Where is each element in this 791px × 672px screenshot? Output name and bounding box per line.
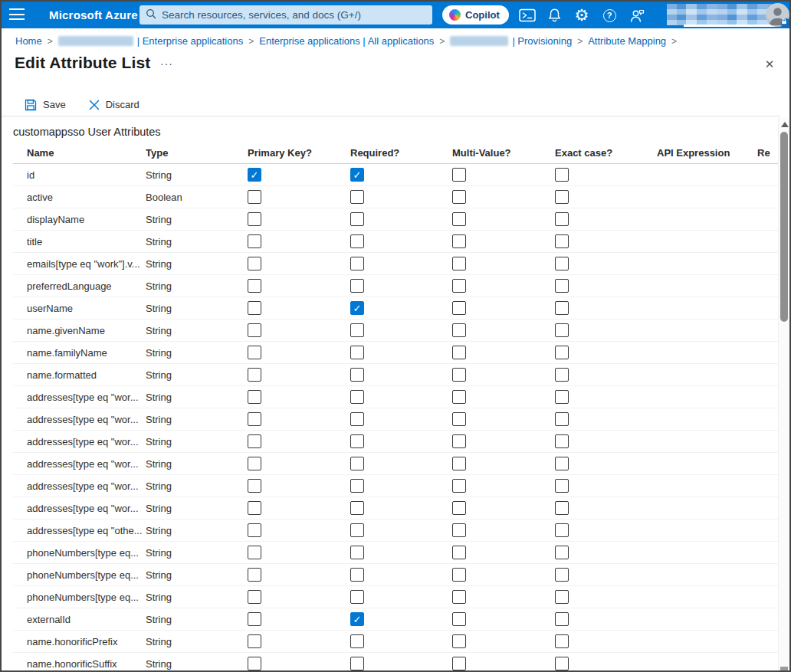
- exact-case-checkbox[interactable]: [555, 368, 569, 382]
- required-checkbox[interactable]: [350, 546, 364, 559]
- multi-value-checkbox[interactable]: [452, 390, 466, 404]
- multi-value-checkbox[interactable]: [452, 568, 466, 582]
- primary-key-checkbox[interactable]: [248, 257, 261, 270]
- primary-key-checkbox[interactable]: [248, 212, 261, 226]
- exact-case-checkbox[interactable]: [555, 212, 569, 226]
- exact-case-checkbox[interactable]: [555, 390, 569, 404]
- primary-key-checkbox[interactable]: [248, 479, 261, 493]
- primary-key-checkbox[interactable]: [248, 546, 261, 559]
- exact-case-checkbox[interactable]: [555, 323, 569, 337]
- multi-value-checkbox[interactable]: [452, 457, 466, 470]
- exact-case-checkbox[interactable]: [555, 257, 569, 270]
- required-checkbox[interactable]: [350, 412, 364, 426]
- search-input[interactable]: [162, 9, 426, 21]
- exact-case-checkbox[interactable]: [555, 279, 569, 293]
- required-checkbox[interactable]: [350, 346, 364, 359]
- copilot-button[interactable]: Copilot: [442, 5, 509, 25]
- primary-key-checkbox[interactable]: [248, 457, 261, 470]
- primary-key-checkbox[interactable]: [248, 523, 261, 537]
- exact-case-checkbox[interactable]: [555, 657, 569, 670]
- required-checkbox[interactable]: [350, 434, 364, 448]
- multi-value-checkbox[interactable]: [452, 257, 466, 270]
- close-icon[interactable]: ✕: [761, 56, 778, 73]
- multi-value-checkbox[interactable]: [452, 590, 466, 604]
- vertical-scrollbar[interactable]: [778, 118, 789, 670]
- exact-case-checkbox[interactable]: [555, 612, 569, 626]
- exact-case-checkbox[interactable]: [555, 412, 569, 426]
- multi-value-checkbox[interactable]: [452, 434, 466, 448]
- primary-key-checkbox[interactable]: [248, 168, 261, 182]
- multi-value-checkbox[interactable]: [452, 501, 466, 515]
- notifications-bell-icon[interactable]: [546, 7, 563, 24]
- exact-case-checkbox[interactable]: [555, 457, 569, 470]
- primary-key-checkbox[interactable]: [248, 346, 261, 359]
- primary-key-checkbox[interactable]: [248, 368, 261, 382]
- more-options-icon[interactable]: ···: [160, 57, 173, 70]
- multi-value-checkbox[interactable]: [452, 190, 466, 204]
- breadcrumb-home[interactable]: Home: [15, 35, 42, 47]
- multi-value-checkbox[interactable]: [452, 323, 466, 337]
- exact-case-checkbox[interactable]: [555, 501, 569, 515]
- required-checkbox[interactable]: [350, 257, 364, 270]
- scrollbar-up-arrow-icon[interactable]: [781, 122, 789, 127]
- required-checkbox[interactable]: [350, 368, 364, 382]
- primary-key-checkbox[interactable]: [248, 590, 261, 604]
- multi-value-checkbox[interactable]: [452, 612, 466, 626]
- multi-value-checkbox[interactable]: [452, 412, 466, 426]
- primary-key-checkbox[interactable]: [248, 234, 261, 248]
- scrollbar-thumb[interactable]: [780, 132, 788, 322]
- required-checkbox[interactable]: [350, 501, 364, 515]
- multi-value-checkbox[interactable]: [452, 657, 466, 670]
- required-checkbox[interactable]: [350, 657, 364, 670]
- required-checkbox[interactable]: [350, 523, 364, 537]
- breadcrumb-provisioning[interactable]: | Provisioning: [512, 35, 572, 47]
- exact-case-checkbox[interactable]: [555, 568, 569, 582]
- required-checkbox[interactable]: [350, 168, 364, 182]
- exact-case-checkbox[interactable]: [555, 523, 569, 537]
- breadcrumb-enterprise-apps[interactable]: | Enterprise applications: [137, 35, 244, 47]
- primary-key-checkbox[interactable]: [248, 612, 261, 626]
- primary-key-checkbox[interactable]: [248, 190, 261, 204]
- primary-key-checkbox[interactable]: [248, 301, 261, 315]
- exact-case-checkbox[interactable]: [555, 546, 569, 559]
- breadcrumb-all-applications[interactable]: Enterprise applications | All applicatio…: [259, 35, 434, 47]
- multi-value-checkbox[interactable]: [452, 479, 466, 493]
- exact-case-checkbox[interactable]: [555, 234, 569, 248]
- exact-case-checkbox[interactable]: [555, 190, 569, 204]
- save-button[interactable]: Save: [25, 99, 66, 111]
- primary-key-checkbox[interactable]: [248, 434, 261, 448]
- required-checkbox[interactable]: [350, 301, 364, 315]
- avatar[interactable]: [766, 3, 789, 27]
- required-checkbox[interactable]: [350, 190, 364, 204]
- multi-value-checkbox[interactable]: [452, 234, 466, 248]
- exact-case-checkbox[interactable]: [555, 634, 569, 648]
- required-checkbox[interactable]: [350, 390, 364, 404]
- required-checkbox[interactable]: [350, 479, 364, 493]
- exact-case-checkbox[interactable]: [555, 168, 569, 182]
- hamburger-menu-icon[interactable]: [9, 8, 26, 21]
- exact-case-checkbox[interactable]: [555, 434, 569, 448]
- discard-button[interactable]: Discard: [89, 99, 139, 110]
- primary-key-checkbox[interactable]: [248, 279, 261, 293]
- exact-case-checkbox[interactable]: [555, 346, 569, 359]
- primary-key-checkbox[interactable]: [248, 323, 261, 337]
- required-checkbox[interactable]: [350, 234, 364, 248]
- multi-value-checkbox[interactable]: [452, 212, 466, 226]
- required-checkbox[interactable]: [350, 612, 364, 626]
- primary-key-checkbox[interactable]: [248, 634, 261, 648]
- required-checkbox[interactable]: [350, 457, 364, 470]
- settings-gear-icon[interactable]: ⚙: [573, 7, 590, 24]
- primary-key-checkbox[interactable]: [248, 568, 261, 582]
- multi-value-checkbox[interactable]: [452, 168, 466, 182]
- exact-case-checkbox[interactable]: [555, 301, 569, 315]
- primary-key-checkbox[interactable]: [248, 412, 261, 426]
- breadcrumb-attribute-mapping[interactable]: Attribute Mapping: [588, 35, 666, 47]
- multi-value-checkbox[interactable]: [452, 368, 466, 382]
- help-icon[interactable]: ?: [601, 7, 618, 24]
- global-search[interactable]: [139, 5, 432, 25]
- required-checkbox[interactable]: [350, 212, 364, 226]
- primary-key-checkbox[interactable]: [248, 657, 261, 670]
- required-checkbox[interactable]: [350, 590, 364, 604]
- multi-value-checkbox[interactable]: [452, 546, 466, 559]
- cloud-shell-icon[interactable]: [519, 7, 536, 24]
